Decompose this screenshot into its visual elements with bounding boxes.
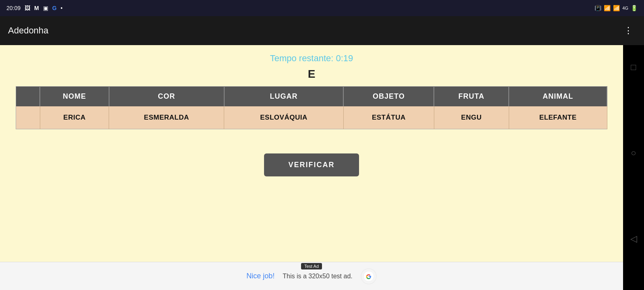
ad-description: This is a 320x50 test ad. — [283, 273, 352, 280]
table-header-row: NOME COR LUGAR OBJETO FRUTA ANIMAL — [16, 87, 607, 107]
cell-animal[interactable]: ELEFANTE — [509, 106, 607, 129]
verify-button[interactable]: VERIFICAR — [264, 153, 359, 176]
cell-nome[interactable]: ERICA — [40, 106, 109, 129]
ad-content: Nice job! This is a 320x50 test ad. — [0, 268, 623, 284]
monitor-icon: ▣ — [43, 5, 48, 11]
signal2-icon: 4G — [622, 6, 628, 10]
g-icon: G — [52, 5, 57, 11]
battery-icon: 🔋 — [631, 5, 638, 11]
col-header-animal: ANIMAL — [509, 87, 607, 107]
col-header-objeto: OBJETO — [343, 87, 434, 107]
google-logo-svg — [363, 271, 374, 282]
back-icon: ◁ — [630, 234, 637, 244]
time-display: 20:09 — [6, 5, 21, 11]
col-header-cor: COR — [109, 87, 224, 107]
circle-icon: ○ — [631, 148, 636, 158]
status-right: 📳 📶 📶 4G 🔋 — [594, 5, 638, 11]
col-header-fruta: FRUTA — [434, 87, 509, 107]
side-nav: □ ○ ◁ — [623, 16, 644, 290]
gallery-icon: 🖼 — [25, 5, 30, 11]
col-header-empty — [16, 87, 40, 107]
square-nav-button[interactable]: □ — [626, 60, 641, 75]
status-bar: 20:09 🖼 M ▣ G • 📳 📶 📶 4G 🔋 — [0, 0, 644, 16]
status-left: 20:09 🖼 M ▣ G • — [6, 5, 63, 11]
wifi-icon: 📶 — [604, 5, 611, 11]
table-row: ERICA ESMERALDA ESLOVÁQUIA ESTÁTUA ENGU … — [16, 106, 607, 129]
cell-cor[interactable]: ESMERALDA — [109, 106, 224, 129]
current-letter: E — [308, 68, 316, 81]
back-nav-button[interactable]: ◁ — [626, 232, 641, 246]
ad-banner: Test Ad Nice job! This is a 320x50 test … — [0, 262, 623, 290]
ad-nice-job: Nice job! — [246, 272, 275, 280]
col-header-nome: NOME — [40, 87, 109, 107]
cell-objeto[interactable]: ESTÁTUA — [343, 106, 434, 129]
vibrate-icon: 📳 — [594, 5, 601, 11]
timer-display: Tempo restante: 0:19 — [270, 53, 353, 64]
app-title: Adedonha — [8, 25, 48, 36]
ad-logo — [361, 268, 377, 284]
game-table: NOME COR LUGAR OBJETO FRUTA ANIMAL ERICA… — [16, 86, 608, 129]
col-header-lugar: LUGAR — [224, 87, 344, 107]
mail-icon: M — [34, 5, 39, 11]
square-icon: □ — [631, 62, 636, 72]
app-bar: Adedonha ⋮ — [0, 16, 644, 45]
circle-nav-button[interactable]: ○ — [626, 146, 641, 160]
ad-label: Test Ad — [301, 263, 322, 269]
signal-icon: 📶 — [613, 5, 620, 11]
cell-lugar[interactable]: ESLOVÁQUIA — [224, 106, 344, 129]
cell-fruta[interactable]: ENGU — [434, 106, 509, 129]
dot-icon: • — [61, 5, 63, 11]
main-content: Tempo restante: 0:19 E NOME COR LUGAR OB… — [0, 45, 623, 290]
cell-row-indicator — [16, 106, 40, 129]
